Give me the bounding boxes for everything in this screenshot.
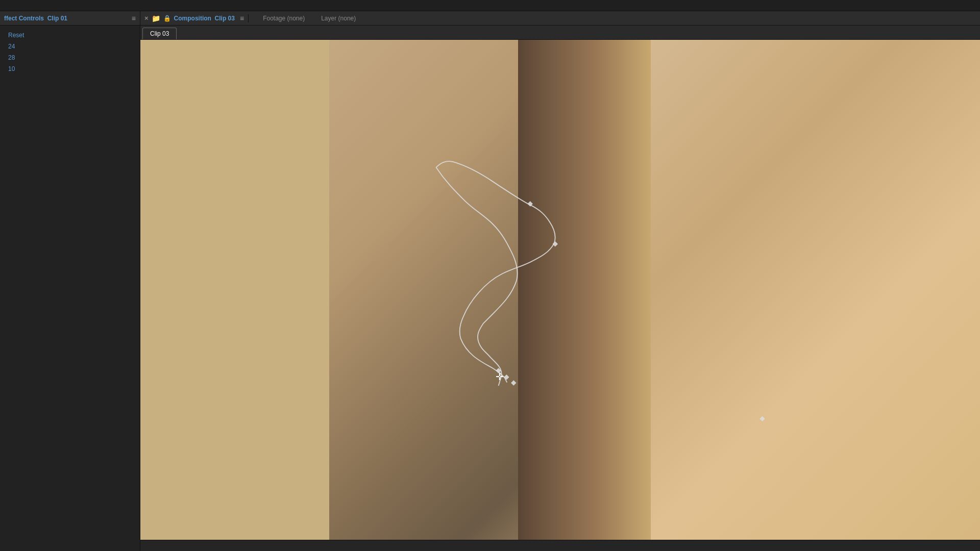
viewer-bottom-bar — [140, 540, 980, 551]
effect-value-24[interactable]: 24 — [0, 41, 140, 52]
effect-controls-header: ffect Controls Clip 01 ≡ — [0, 11, 140, 26]
right-panel: × 📁 🔒 Composition Clip 03 ≡ Footage (non… — [140, 11, 980, 551]
composition-header: × 📁 🔒 Composition Clip 03 ≡ Footage (non… — [140, 11, 980, 26]
layer-tab[interactable]: Layer (none) — [313, 11, 364, 26]
effect-controls-title: ffect Controls Clip 01 — [4, 15, 67, 22]
close-button[interactable]: × — [144, 14, 149, 22]
top-bar — [0, 0, 980, 11]
clip03-tab[interactable]: Clip 03 — [142, 28, 177, 39]
effect-controls-menu-button[interactable]: ≡ — [132, 14, 136, 22]
effect-value-10[interactable]: 10 — [0, 63, 140, 74]
composition-menu-button[interactable]: ≡ — [240, 14, 244, 22]
comp-header-left: × 📁 🔒 Composition Clip 03 ≡ — [140, 14, 249, 22]
effect-controls-content: Reset 24 28 10 — [0, 26, 140, 551]
footage-tab[interactable]: Footage (none) — [255, 11, 313, 26]
effect-reset[interactable]: Reset — [0, 30, 140, 41]
lock-icon: 🔒 — [163, 15, 171, 22]
folder-icon: 📁 — [152, 14, 160, 22]
hair-region — [518, 40, 651, 540]
left-panel: ffect Controls Clip 01 ≡ Reset 24 28 10 — [0, 11, 140, 551]
bg-left-area — [140, 40, 329, 540]
composition-title: Composition Clip 03 — [174, 15, 235, 22]
sub-tab-bar: Clip 03 — [140, 26, 980, 40]
effect-value-28[interactable]: 28 — [0, 52, 140, 63]
viewer-canvas: ✛ — [140, 40, 980, 540]
composition-header-tabs: Footage (none) Layer (none) — [249, 11, 980, 26]
main-layout: ffect Controls Clip 01 ≡ Reset 24 28 10 … — [0, 11, 980, 551]
face-area — [329, 40, 980, 540]
face-skin — [651, 40, 980, 540]
viewer-area: ✛ — [140, 40, 980, 540]
